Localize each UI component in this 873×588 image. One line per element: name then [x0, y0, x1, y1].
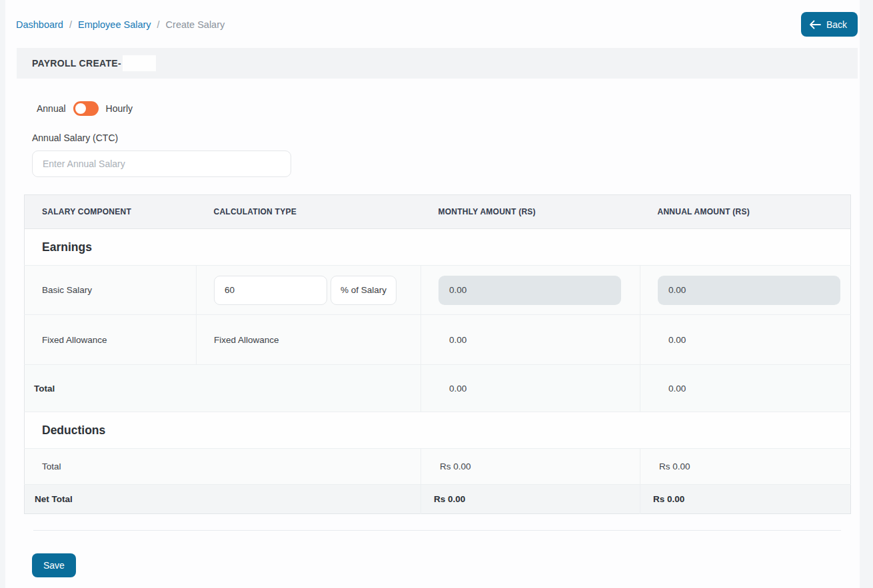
earnings-section-title: Earnings	[25, 229, 851, 266]
payroll-header-bar: PAYROLL CREATE-	[17, 48, 858, 79]
col-header-annual-amount: ANNUAL AMOUNT (RS)	[640, 195, 851, 229]
arrow-left-icon	[809, 20, 821, 29]
fixed-allowance-component: Fixed Allowance	[25, 315, 197, 365]
table-row: Basic Salary % of Salary	[25, 266, 851, 315]
net-total-monthly: Rs 0.00	[421, 485, 640, 514]
earnings-total-annual: 0.00	[640, 365, 851, 412]
net-total-row: Net Total Rs 0.00 Rs 0.00	[25, 485, 851, 514]
deductions-total-annual: Rs 0.00	[640, 449, 851, 485]
basic-salary-monthly-input	[438, 276, 621, 305]
col-header-salary-component: SALARY COMPONENT	[25, 195, 197, 229]
net-total-annual: Rs 0.00	[640, 485, 851, 514]
table-row: Fixed Allowance Fixed Allowance 0.00 0.0…	[25, 315, 851, 365]
annual-salary-input[interactable]	[32, 150, 291, 177]
basic-salary-component: Basic Salary	[25, 266, 197, 315]
deductions-total-monthly: Rs 0.00	[421, 449, 640, 485]
footer-divider	[33, 530, 841, 531]
basic-salary-calc-input[interactable]	[214, 276, 327, 305]
page: Dashboard / Employee Salary / Create Sal…	[5, 0, 860, 588]
payroll-title-blank	[123, 55, 156, 71]
annual-salary-label: Annual Salary (CTC)	[32, 133, 860, 143]
back-button[interactable]: Back	[801, 12, 858, 37]
deductions-total-label: Total	[25, 449, 421, 485]
toggle-knob	[75, 103, 86, 114]
save-button[interactable]: Save	[32, 553, 76, 577]
toggle-left-label: Annual	[37, 103, 66, 114]
fixed-allowance-annual: 0.00	[640, 315, 851, 365]
breadcrumb-employee-salary[interactable]: Employee Salary	[78, 19, 151, 30]
deductions-section-row: Deductions	[25, 412, 851, 449]
fixed-allowance-calc-type: Fixed Allowance	[197, 315, 421, 365]
toggle-right-label: Hourly	[106, 103, 133, 114]
topbar: Dashboard / Employee Salary / Create Sal…	[5, 0, 860, 48]
earnings-total-label: Total	[25, 365, 421, 412]
table-header-row: SALARY COMPONENT CALCULATION TYPE MONTHL…	[25, 195, 851, 229]
breadcrumb-dashboard[interactable]: Dashboard	[16, 19, 63, 30]
payroll-title: PAYROLL CREATE-	[32, 58, 121, 69]
col-header-monthly-amount: MONTHLY AMOUNT (RS)	[421, 195, 640, 229]
salary-type-row: Annual Hourly	[37, 101, 860, 116]
deductions-section-title: Deductions	[25, 412, 851, 449]
earnings-section-row: Earnings	[25, 229, 851, 266]
basic-salary-calc-unit-select[interactable]: % of Salary	[331, 276, 397, 305]
breadcrumb-create-salary: Create Salary	[166, 19, 225, 30]
salary-type-toggle[interactable]	[73, 101, 99, 116]
breadcrumb: Dashboard / Employee Salary / Create Sal…	[16, 19, 225, 30]
net-total-label: Net Total	[25, 485, 421, 514]
earnings-total-row: Total 0.00 0.00	[25, 365, 851, 412]
salary-table: SALARY COMPONENT CALCULATION TYPE MONTHL…	[24, 194, 851, 514]
fixed-allowance-monthly: 0.00	[421, 315, 640, 365]
breadcrumb-separator: /	[157, 19, 160, 30]
back-button-label: Back	[826, 19, 847, 30]
earnings-total-monthly: 0.00	[421, 365, 640, 412]
col-header-calculation-type: CALCULATION TYPE	[197, 195, 421, 229]
basic-salary-annual-input	[658, 276, 840, 305]
deductions-total-row: Total Rs 0.00 Rs 0.00	[25, 449, 851, 485]
breadcrumb-separator: /	[69, 19, 72, 30]
